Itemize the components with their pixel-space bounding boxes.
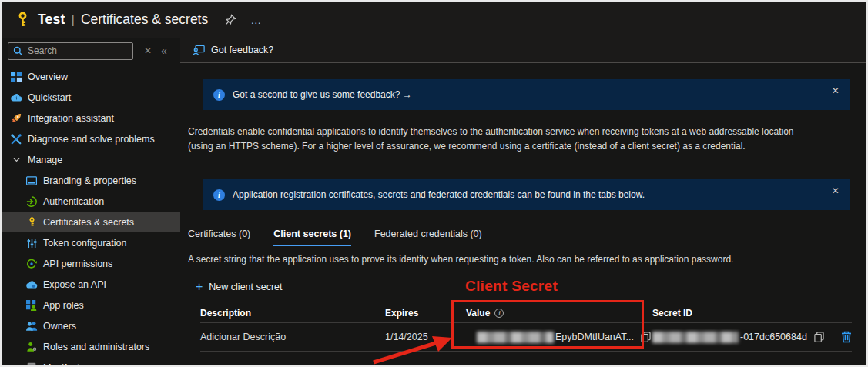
got-feedback-button[interactable]: Got feedback? [193, 45, 273, 56]
credentials-description: Credentials enable confidential applicat… [188, 125, 816, 154]
close-icon[interactable]: ✕ [832, 85, 840, 96]
client-secret-description: A secret string that the application use… [188, 254, 868, 265]
api-permissions-icon [25, 258, 38, 270]
sidebar-item-label: API permissions [43, 259, 112, 269]
sidebar-item-authentication[interactable]: Authentication [2, 191, 180, 212]
troubleshoot-icon [10, 133, 22, 145]
sidebar-item-token-configuration[interactable]: Token configuration [2, 232, 180, 253]
new-client-secret-label: New client secret [209, 282, 282, 292]
annotation-client-secret-label: Client Secret [465, 278, 558, 295]
plus-icon: + [196, 281, 203, 293]
info-icon: i [494, 309, 504, 318]
app-roles-icon [25, 299, 38, 312]
roles-admins-icon [25, 341, 38, 353]
sidebar-item-quickstart[interactable]: Quickstart [2, 87, 180, 108]
cell-secret-id: -017dc650684d [652, 331, 852, 343]
manifest-icon [25, 362, 38, 367]
key-icon [25, 216, 38, 229]
search-input-wrapper [8, 42, 133, 60]
cloud-icon [25, 279, 38, 291]
branding-icon [25, 175, 38, 187]
sidebar-section-label: Manage [28, 155, 62, 165]
header-description[interactable]: Description [200, 308, 385, 319]
sidebar-nav: Overview Quickstart Integration assistan… [2, 64, 180, 367]
info-icon: i [213, 189, 225, 201]
header-secret-id[interactable]: Secret ID [652, 308, 852, 319]
feedback-banner: i Got a second to give us some feedback?… [203, 79, 850, 110]
value-visible-text: EpybDMtIUanAT... [555, 332, 634, 342]
quickstart-icon [10, 92, 22, 104]
sidebar-item-api-permissions[interactable]: API permissions [2, 253, 180, 274]
sliders-icon [25, 237, 38, 249]
redacted-secret-id-blur [652, 332, 739, 343]
page-title: Certificates & secrets [81, 12, 208, 28]
sidebar-item-label: Overview [28, 72, 68, 82]
sidebar-item-label: App roles [43, 300, 84, 311]
info-banner-text: Application registration certificates, s… [233, 189, 645, 200]
rocket-icon [10, 112, 22, 125]
copy-icon[interactable] [814, 332, 824, 342]
sidebar-item-label: Certificates & secrets [43, 217, 134, 228]
sidebar-item-label: Integration assistant [28, 113, 114, 124]
sidebar-item-integration-assistant[interactable]: Integration assistant [2, 108, 180, 128]
header-expires[interactable]: Expires [385, 308, 466, 319]
tab-federated-credentials[interactable]: Federated credentials (0) [374, 229, 482, 246]
sidebar-item-label: Roles and administrators [43, 342, 149, 352]
sidebar-item-label: Quickstart [28, 92, 71, 103]
sidebar: ✕ « Overview Quickstart [2, 38, 180, 367]
azure-portal-window: Test | Certificates & secrets … [0, 0, 868, 367]
sidebar-item-expose-api[interactable]: Expose an API [2, 274, 180, 295]
redacted-value-blur [477, 332, 554, 343]
feedback-banner-text[interactable]: Got a second to give us some feedback? → [233, 89, 412, 100]
title-divider: | [71, 12, 74, 28]
cell-description: Adicionar Descrição [200, 332, 385, 342]
sidebar-item-label: Branding & properties [43, 175, 136, 186]
page-header: Test | Certificates & secrets … [2, 2, 866, 38]
sidebar-item-overview[interactable]: Overview [2, 66, 180, 87]
more-options-icon[interactable]: … [250, 14, 263, 26]
cell-value: EpybDMtIUanAT... [466, 332, 652, 343]
sidebar-item-manifest[interactable]: Manifest [2, 357, 180, 367]
owners-icon [25, 320, 38, 332]
tab-certificates[interactable]: Certificates (0) [188, 229, 250, 246]
app-registration-name: Test [38, 12, 65, 28]
info-banner: i Application registration certificates,… [203, 179, 850, 210]
sidebar-item-diagnose[interactable]: Diagnose and solve problems [2, 128, 180, 149]
sidebar-item-label: Owners [43, 321, 76, 332]
key-icon [15, 12, 31, 28]
client-secrets-table: Description Expires Value i Secret ID Ad… [200, 303, 852, 352]
sidebar-item-label: Expose an API [43, 279, 106, 290]
feedback-icon [193, 45, 205, 56]
table-row: Adicionar Descrição 1/14/2025 EpybDMtIUa… [200, 323, 852, 352]
secret-id-visible-text: -017dc650684d [740, 332, 807, 342]
search-icon [13, 46, 23, 56]
authentication-icon [25, 195, 38, 208]
header-value[interactable]: Value i [466, 308, 652, 319]
sidebar-item-label: Manifest [43, 362, 79, 367]
delete-icon[interactable] [841, 331, 852, 343]
copy-icon[interactable] [641, 332, 651, 342]
sidebar-section-manage[interactable]: Manage [2, 149, 180, 170]
sidebar-item-label: Diagnose and solve problems [28, 134, 155, 145]
chevron-down-icon [10, 154, 22, 166]
collapse-menu-icon[interactable]: « [161, 45, 167, 57]
close-icon[interactable]: ✕ [832, 185, 840, 196]
content-pane: Got feedback? i Got a second to give us … [180, 38, 868, 367]
table-header-row: Description Expires Value i Secret ID [200, 303, 852, 323]
sidebar-item-label: Authentication [43, 196, 104, 207]
pin-icon[interactable] [225, 14, 236, 25]
sidebar-item-app-roles[interactable]: App roles [2, 295, 180, 315]
sidebar-item-label: Token configuration [43, 238, 126, 249]
search-clear-icon[interactable]: ✕ [144, 45, 152, 56]
sidebar-item-certificates-secrets[interactable]: Certificates & secrets [2, 212, 180, 232]
sidebar-item-owners[interactable]: Owners [2, 315, 180, 336]
command-bar: Got feedback? [180, 38, 868, 63]
cell-expires: 1/14/2025 [385, 332, 466, 342]
search-input[interactable] [28, 45, 128, 56]
sidebar-item-roles-admins[interactable]: Roles and administrators [2, 336, 180, 357]
info-icon: i [213, 89, 225, 101]
tab-bar: Certificates (0) Client secrets (1) Fede… [188, 229, 868, 246]
tab-client-secrets[interactable]: Client secrets (1) [273, 229, 351, 246]
got-feedback-label: Got feedback? [211, 45, 273, 55]
sidebar-item-branding[interactable]: Branding & properties [2, 170, 180, 191]
